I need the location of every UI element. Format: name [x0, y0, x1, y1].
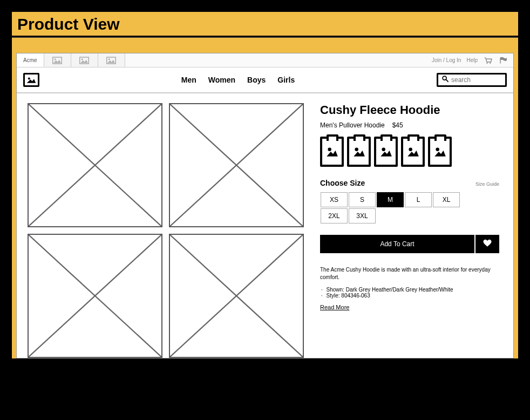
heart-icon [483, 239, 492, 249]
svg-point-20 [355, 147, 358, 151]
bullet-shown: Shown: Dark Grey Heather/Dark Grey Heath… [327, 287, 499, 293]
product-description: The Acme Cushy Hoodie is made with an ul… [320, 266, 499, 281]
bullet-style: Style: 804346-063 [327, 293, 499, 299]
swatch-1[interactable] [320, 137, 344, 167]
nav-men[interactable]: Men [181, 76, 196, 84]
image-icon [79, 57, 89, 64]
site-frame: Acme [16, 53, 514, 358]
gallery-image-3[interactable] [28, 234, 162, 358]
gallery-image-2[interactable] [169, 103, 304, 227]
choose-size-label: Choose Size [320, 179, 365, 187]
help-link[interactable]: Help [466, 57, 478, 63]
swatch-3[interactable] [374, 137, 398, 167]
flag-icon[interactable] [498, 57, 508, 64]
svg-point-22 [409, 147, 412, 151]
brand-tab[interactable]: Acme [17, 53, 44, 67]
size-option-2xl[interactable]: 2XL [321, 208, 348, 223]
swatch-2[interactable] [347, 137, 371, 167]
size-option-m[interactable]: M [377, 192, 404, 207]
product-title: Cushy Fleece Hoodie [320, 103, 499, 117]
svg-point-8 [28, 77, 30, 79]
gallery-image-1[interactable] [28, 103, 162, 227]
product-subtitle: Men's Pullover Hoodie [320, 121, 385, 129]
nav-categories: Men Women Boys Girls [181, 76, 295, 84]
svg-point-1 [55, 58, 56, 60]
search-input[interactable] [451, 76, 502, 84]
image-icon [106, 57, 116, 64]
favorite-button[interactable] [475, 235, 499, 253]
top-strip: Acme [17, 53, 513, 67]
color-swatches [320, 137, 499, 167]
read-more-link[interactable]: Read More [320, 304, 499, 310]
add-to-cart-button[interactable]: Add To Cart [320, 235, 474, 253]
search-box[interactable] [437, 73, 507, 87]
join-login-link[interactable]: Join / Log In [432, 57, 461, 63]
svg-point-3 [81, 58, 83, 60]
header-gap [12, 38, 518, 53]
svg-point-5 [108, 58, 110, 60]
size-guide-link[interactable]: Size Guide [475, 181, 499, 187]
top-image-tab-1[interactable] [44, 53, 71, 67]
search-icon [441, 75, 449, 85]
size-option-xl[interactable]: XL [433, 192, 460, 207]
image-icon [52, 57, 62, 64]
svg-point-21 [382, 147, 385, 151]
size-options: XSSMLXL2XL3XL [320, 192, 460, 224]
top-image-tab-3[interactable] [98, 53, 125, 67]
nav-women[interactable]: Women [208, 76, 235, 84]
product-gallery [28, 103, 304, 358]
size-option-l[interactable]: L [405, 192, 432, 207]
svg-point-9 [443, 76, 446, 80]
cart-icon[interactable] [483, 57, 493, 64]
swatch-5[interactable] [428, 137, 452, 167]
svg-point-23 [436, 147, 439, 151]
svg-point-19 [328, 147, 331, 151]
size-option-xs[interactable]: XS [321, 192, 348, 207]
logo[interactable] [23, 73, 39, 87]
svg-point-6 [486, 62, 487, 63]
nav-strip: Men Women Boys Girls [17, 67, 513, 93]
size-option-s[interactable]: S [349, 192, 376, 207]
product-details: Cushy Fleece Hoodie Men's Pullover Hoodi… [320, 103, 502, 358]
top-image-tab-2[interactable] [71, 53, 98, 67]
swatch-4[interactable] [401, 137, 425, 167]
size-option-3xl[interactable]: 3XL [349, 208, 376, 223]
page-title: Product View [17, 15, 513, 33]
product-price: $45 [392, 121, 403, 129]
product-bullets: Shown: Dark Grey Heather/Dark Grey Heath… [320, 287, 499, 299]
nav-girls[interactable]: Girls [277, 76, 295, 84]
gallery-image-4[interactable] [169, 234, 304, 358]
nav-boys[interactable]: Boys [247, 76, 266, 84]
svg-line-10 [446, 79, 448, 82]
svg-point-7 [490, 62, 491, 63]
